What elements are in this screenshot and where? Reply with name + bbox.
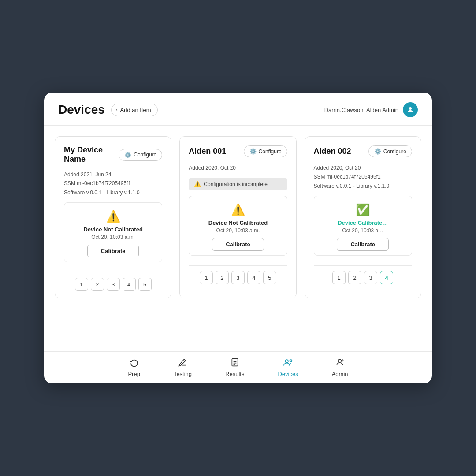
check-icon-2: ✅ <box>356 203 370 217</box>
card-header-2: Alden 002 ⚙️ Configure <box>314 145 412 157</box>
nav-item-prep[interactable]: Prep <box>111 352 156 383</box>
devices-row: My Device Name ⚙️ Configure Added 2021, … <box>55 136 421 298</box>
gear-icon-2: ⚙️ <box>374 148 381 155</box>
cal-status-text-2: Device Calibrate… <box>338 219 388 226</box>
device-software-2: Software v.0.0.1 - Library v.1.1.0 <box>314 182 412 190</box>
calibrate-button-1[interactable]: Calibrate <box>212 238 264 251</box>
admin-icon <box>335 358 344 369</box>
page-btn-0-4[interactable]: 4 <box>123 278 136 291</box>
chevron-icon: › <box>116 107 118 112</box>
configure-label-2: Configure <box>383 149 406 155</box>
nav-label-devices: Devices <box>278 371 298 377</box>
pagination-2: 1 2 3 4 <box>314 271 412 284</box>
avatar <box>403 102 418 117</box>
add-item-button[interactable]: › Add an Item <box>111 104 158 116</box>
device-added-1: Added 2020, Oct 20 <box>189 164 287 172</box>
header-left: Devices › Add an Item <box>58 103 158 117</box>
content: My Device Name ⚙️ Configure Added 2021, … <box>44 126 432 351</box>
device-meta-2: Added 2020, Oct 20 SSM mi-0ec1b74f720549… <box>314 164 412 190</box>
configure-label-0: Configure <box>134 152 156 158</box>
configure-button-1[interactable]: ⚙️ Configure <box>244 145 287 157</box>
page-btn-2-4[interactable]: 4 <box>380 271 393 284</box>
header: Devices › Add an Item Darrin.Clawson, Al… <box>44 93 432 126</box>
page-title: Devices <box>58 103 105 117</box>
pagination-0: 1 2 3 4 5 <box>64 278 162 291</box>
page-btn-0-1[interactable]: 1 <box>75 278 88 291</box>
bottom-nav: Prep Testing Results Devices Admin <box>44 351 432 383</box>
device-ssm-2: SSM mi-0ec1b74f7205495f1 <box>314 172 412 181</box>
page-btn-2-3[interactable]: 3 <box>364 271 377 284</box>
page-btn-1-3[interactable]: 3 <box>231 271 245 284</box>
app-container: Devices › Add an Item Darrin.Clawson, Al… <box>44 93 432 383</box>
page-btn-2-1[interactable]: 1 <box>332 271 346 284</box>
device-card-0: My Device Name ⚙️ Configure Added 2021, … <box>55 136 171 298</box>
page-btn-1-4[interactable]: 4 <box>247 271 260 284</box>
calibration-status-2: ✅ Device Calibrate… Oct 20, 10:03 a… Cal… <box>314 196 412 256</box>
cal-date-2: Oct 20, 10:03 a… <box>342 227 383 234</box>
page-btn-1-5[interactable]: 5 <box>263 271 276 284</box>
calibration-status-0: ⚠️ Device Not Calibrated Oct 20, 10:03 a… <box>64 202 162 262</box>
device-added-2: Added 2020, Oct 20 <box>314 164 412 172</box>
configure-button-0[interactable]: ⚙️ Configure <box>119 149 162 161</box>
svg-point-0 <box>409 107 412 110</box>
calibrate-button-0[interactable]: Calibrate <box>87 245 139 257</box>
card-header-0: My Device Name ⚙️ Configure <box>64 145 162 164</box>
device-ssm-0: SSM mi-0ec1b74f7205495f1 <box>64 179 162 188</box>
device-name-0: My Device Name <box>64 145 119 164</box>
user-name: Darrin.Clawson, Alden Admin <box>324 107 398 113</box>
device-meta-0: Added 2021, Jun 24 SSM mi-0ec1b74f720549… <box>64 170 162 197</box>
configure-label-1: Configure <box>259 149 282 155</box>
divider-2 <box>314 265 412 266</box>
add-item-label: Add an Item <box>120 107 151 113</box>
svg-point-6 <box>290 360 292 362</box>
nav-item-testing[interactable]: Testing <box>157 352 208 383</box>
calibration-status-1: ⚠️ Device Not Calibrated Oct 20, 10:03 a… <box>189 196 287 256</box>
device-card-2: Alden 002 ⚙️ Configure Added 2020, Oct 2… <box>305 136 421 298</box>
calibrate-button-2[interactable]: Calibrate <box>337 238 389 251</box>
configure-button-2[interactable]: ⚙️ Configure <box>368 145 412 157</box>
warning-icon-0: ⚠️ <box>106 210 120 223</box>
nav-label-results: Results <box>225 371 244 377</box>
device-name-2: Alden 002 <box>314 147 351 156</box>
nav-item-admin[interactable]: Admin <box>315 352 365 383</box>
svg-point-8 <box>342 360 343 361</box>
cal-date-0: Oct 20, 10:03 a.m. <box>91 234 135 240</box>
page-btn-0-2[interactable]: 2 <box>91 278 104 291</box>
warning-icon-1: ⚠️ <box>231 203 245 217</box>
nav-label-admin: Admin <box>332 371 348 377</box>
page-btn-1-2[interactable]: 2 <box>216 271 229 284</box>
device-name-1: Alden 001 <box>189 147 226 156</box>
page-btn-0-3[interactable]: 3 <box>107 278 120 291</box>
results-icon <box>231 358 239 369</box>
warning-sm-icon-1: ⚠️ <box>194 181 201 187</box>
devices-icon <box>283 358 293 369</box>
page-btn-2-2[interactable]: 2 <box>348 271 361 284</box>
divider-0 <box>64 272 162 272</box>
device-software-0: Software v.0.0.1 - Library v.1.1.0 <box>64 188 162 197</box>
card-header-1: Alden 001 ⚙️ Configure <box>189 145 287 157</box>
page-btn-0-5[interactable]: 5 <box>138 278 152 291</box>
device-card-1: Alden 001 ⚙️ Configure Added 2020, Oct 2… <box>179 136 296 298</box>
warning-text-1: Configuration is incomplete <box>204 181 268 187</box>
svg-point-7 <box>338 359 342 362</box>
nav-item-results[interactable]: Results <box>208 352 261 383</box>
pagination-1: 1 2 3 4 5 <box>189 271 287 284</box>
cal-status-text-0: Device Not Calibrated <box>83 226 142 233</box>
nav-label-testing: Testing <box>174 371 192 377</box>
cal-date-1: Oct 20, 10:03 a.m. <box>216 227 260 234</box>
testing-icon <box>178 358 187 369</box>
gear-icon-1: ⚙️ <box>249 148 257 155</box>
device-added-0: Added 2021, Jun 24 <box>64 170 162 179</box>
page-btn-1-1[interactable]: 1 <box>200 271 213 284</box>
device-meta-1: Added 2020, Oct 20 <box>189 164 287 172</box>
warning-banner-1: ⚠️ Configuration is incomplete <box>189 178 287 190</box>
cal-status-text-1: Device Not Calibrated <box>208 219 268 226</box>
nav-label-prep: Prep <box>128 371 140 377</box>
nav-item-devices[interactable]: Devices <box>261 352 315 383</box>
svg-point-5 <box>285 360 288 363</box>
divider-1 <box>189 265 287 266</box>
header-right: Darrin.Clawson, Alden Admin <box>324 102 418 117</box>
prep-icon <box>130 358 138 369</box>
gear-icon-0: ⚙️ <box>124 152 131 158</box>
